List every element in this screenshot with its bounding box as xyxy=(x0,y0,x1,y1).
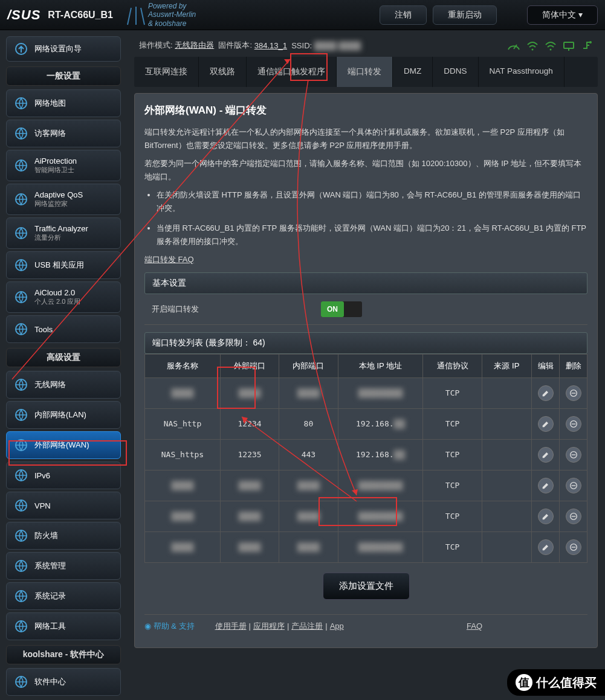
tab-5[interactable]: DDNS xyxy=(433,57,478,87)
qos-icon xyxy=(14,192,28,207)
edit-icon xyxy=(541,450,551,460)
sidebar-item-ipv6[interactable]: IPv6 xyxy=(6,461,121,489)
delete-button[interactable] xyxy=(566,478,581,493)
enable-toggle[interactable]: ON xyxy=(321,301,362,317)
model-name: RT-AC66U_B1 xyxy=(48,10,113,21)
section-advanced: 高级设置 xyxy=(6,348,121,367)
delete-button[interactable] xyxy=(566,447,581,463)
edit-button[interactable] xyxy=(538,539,554,555)
sidebar-item-traffic-analyzer[interactable]: Traffic Analyzer流量分析 xyxy=(6,217,121,249)
tab-2[interactable]: 通信端口触发程序 xyxy=(247,57,337,87)
list-header: 端口转发列表 (最多限制： 64) xyxy=(144,332,587,354)
item-icon xyxy=(14,498,28,513)
table-row: ████████████████████TCP xyxy=(145,377,587,408)
app-link[interactable]: 应用程序 xyxy=(253,621,285,632)
ssid-value: ████ ████ xyxy=(314,41,361,50)
help-link[interactable]: ◉ 帮助 & 支持 xyxy=(144,621,195,632)
globe-icon xyxy=(14,96,28,111)
wifi-5g-icon[interactable] xyxy=(545,40,557,51)
sidebar-item-tools[interactable]: Tools xyxy=(6,315,121,343)
sidebar-item--[interactable]: 软件中心 xyxy=(6,668,121,696)
reboot-button[interactable]: 重新启动 xyxy=(433,5,497,25)
op-mode-link[interactable]: 无线路由器 xyxy=(175,40,214,51)
traffic-icon xyxy=(14,226,28,240)
sidebar-item--[interactable]: 防火墙 xyxy=(6,522,121,550)
usb-icon[interactable] xyxy=(581,40,593,51)
edit-button[interactable] xyxy=(538,478,554,493)
edit-button[interactable] xyxy=(538,447,554,463)
lan-status-icon[interactable] xyxy=(563,40,575,51)
logout-button[interactable]: 注销 xyxy=(380,5,427,25)
add-profile-button[interactable]: 添加设置文件 xyxy=(323,573,410,600)
col-7: 删除 xyxy=(560,354,587,377)
sidebar-item--lan-[interactable]: 内部网络(LAN) xyxy=(6,401,121,429)
sidebar-item-vpn[interactable]: VPN xyxy=(6,492,121,519)
reg-link[interactable]: 产品注册 xyxy=(291,621,323,632)
wifi-icon[interactable] xyxy=(526,40,539,51)
delete-icon xyxy=(569,542,578,552)
item-icon xyxy=(14,468,28,483)
svg-point-21 xyxy=(550,49,552,51)
svg-point-24 xyxy=(589,41,592,43)
sidebar-item-usb-[interactable]: USB 相关应用 xyxy=(6,251,121,279)
item-icon xyxy=(14,408,28,422)
item-icon xyxy=(14,675,28,689)
col-0: 服务名称 xyxy=(145,354,221,377)
sidebar-item--[interactable]: 网络地图 xyxy=(6,89,121,117)
speed-icon[interactable] xyxy=(507,40,520,51)
edit-button[interactable] xyxy=(538,416,554,432)
edit-icon xyxy=(541,481,551,490)
sidebar-item-aiprotection[interactable]: AiProtection智能网络卫士 xyxy=(6,150,121,181)
item-icon xyxy=(14,377,28,392)
sidebar-item--[interactable]: 系统记录 xyxy=(6,582,121,610)
edit-button[interactable] xyxy=(538,509,554,524)
tab-1[interactable]: 双线路 xyxy=(199,57,247,87)
sidebar-item-adaptive-qos[interactable]: Adaptive QoS网络监控家 xyxy=(6,184,121,215)
delete-button[interactable] xyxy=(566,416,581,432)
language-selector[interactable]: 简体中文 ▾ xyxy=(527,5,598,25)
cloud-icon xyxy=(14,290,28,304)
usb-icon xyxy=(14,258,28,272)
nav-wizard[interactable]: 网络设置向导 xyxy=(6,36,121,62)
sidebar-item--[interactable]: 无线网络 xyxy=(6,371,121,399)
item-icon xyxy=(14,559,28,573)
col-5: 来源 IP xyxy=(482,354,531,377)
item-icon xyxy=(14,589,28,603)
faq-footer-link[interactable]: FAQ xyxy=(467,621,482,631)
chevron-down-icon: ▾ xyxy=(578,10,583,19)
item-icon xyxy=(14,438,28,452)
page-title: 外部网络(WAN) - 端口转发 xyxy=(144,103,587,117)
tab-4[interactable]: DMZ xyxy=(393,57,433,87)
edit-icon xyxy=(541,388,551,398)
guest-icon xyxy=(14,126,28,141)
wizard-icon xyxy=(14,42,28,56)
enable-label: 开启端口转发 xyxy=(152,304,321,315)
intro-2: 若您要为同一个网络中的客户端指定端口范围，请输入服务名称、端口范围（如 1020… xyxy=(144,157,587,184)
brand-logo: /SUS xyxy=(7,7,40,23)
tab-6[interactable]: NAT Passthrough xyxy=(479,57,565,87)
svg-point-20 xyxy=(532,49,534,51)
delete-button[interactable] xyxy=(566,385,581,401)
col-4: 通信协议 xyxy=(423,354,482,377)
sidebar-item-aicloud-2-0[interactable]: AiCloud 2.0个人云 2.0 应用 xyxy=(6,281,121,313)
faq-link[interactable]: 端口转发 FAQ xyxy=(144,255,194,264)
table-row: NAS_https12235443192.168.██TCP xyxy=(145,439,587,470)
delete-button[interactable] xyxy=(566,539,581,555)
sidebar-item--[interactable]: 网络工具 xyxy=(6,612,121,640)
tab-3[interactable]: 端口转发 xyxy=(337,57,393,87)
col-3: 本地 IP 地址 xyxy=(338,354,423,377)
edit-icon xyxy=(541,512,551,521)
delete-icon xyxy=(569,388,578,398)
sidebar-item--wan-[interactable]: 外部网络(WAN) xyxy=(6,431,121,459)
edit-button[interactable] xyxy=(538,385,554,401)
delete-button[interactable] xyxy=(566,509,581,524)
manual-link[interactable]: 使用手册 xyxy=(215,621,247,632)
appstore-link[interactable]: App xyxy=(330,621,344,631)
delete-icon xyxy=(569,450,578,460)
note-1: 在关闭防火墙设置 HTTP 服务器，且设置外网（WAN 端口）端口为80，会与 … xyxy=(157,188,587,215)
sidebar-item--[interactable]: 系统管理 xyxy=(6,552,121,580)
firmware-link[interactable]: 384.13_1 xyxy=(254,41,287,50)
sidebar-item--[interactable]: 访客网络 xyxy=(6,120,121,147)
col-1: 外部端口 xyxy=(220,354,279,377)
tab-0[interactable]: 互联网连接 xyxy=(134,57,199,87)
